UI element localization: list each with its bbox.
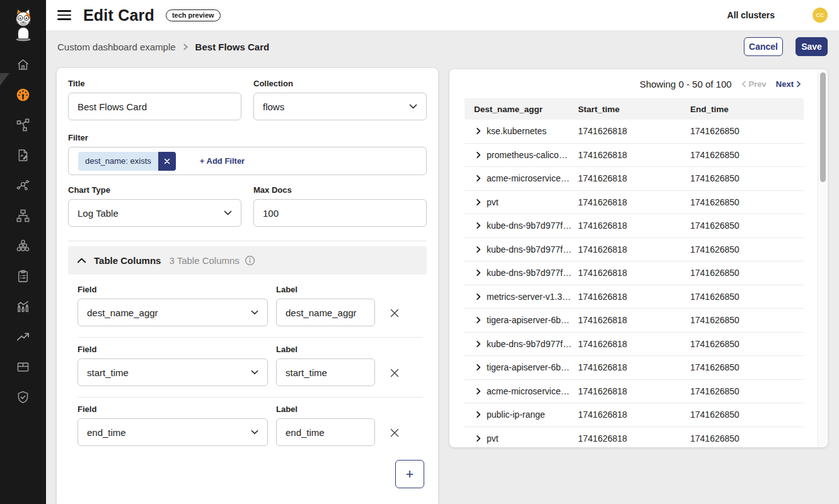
field-select[interactable]: end_time (78, 418, 268, 446)
expand-row-icon[interactable] (476, 316, 481, 324)
end-time-cell: 1741626850 (690, 220, 804, 231)
title-label: Title (68, 79, 241, 88)
column-config-row: Field start_time Label (78, 345, 423, 386)
dest-name-cell: acme-microservice… (487, 386, 569, 396)
sidebar-item-clusters[interactable] (0, 231, 46, 261)
expand-row-icon[interactable] (476, 364, 481, 371)
expand-row-icon[interactable] (476, 127, 481, 135)
label-input[interactable] (276, 358, 375, 386)
remove-column-button[interactable] (387, 306, 402, 321)
field-selected-value: dest_name_aggr (87, 307, 158, 318)
sidebar (0, 0, 46, 504)
sidebar-item-security[interactable] (0, 382, 46, 412)
pagination-status: Showing 0 - 50 of 100 (640, 79, 732, 89)
sidebar-item-workloads[interactable] (0, 352, 46, 382)
dest-name-cell: pvt (487, 433, 499, 444)
expand-row-icon[interactable] (476, 222, 481, 229)
add-filter-link[interactable]: + Add Filter (200, 156, 245, 166)
end-time-cell: 1741626850 (690, 292, 804, 302)
start-time-cell: 1741626818 (578, 150, 690, 160)
user-avatar[interactable]: CC (813, 8, 828, 23)
table-row: prometheus-calico… 1741626818 1741626850 (465, 144, 804, 168)
sidebar-item-logs[interactable] (0, 140, 46, 170)
column-config-row: Field end_time Label (78, 404, 423, 446)
end-time-cell: 1741626850 (690, 410, 804, 420)
max-docs-label: Max Docs (253, 185, 427, 195)
tech-preview-badge: tech preview (166, 9, 221, 21)
expand-row-icon[interactable] (476, 269, 481, 277)
expand-row-icon[interactable] (476, 387, 481, 395)
threat-graph-icon (16, 178, 30, 193)
service-graph-icon (16, 118, 30, 132)
max-docs-input[interactable] (253, 199, 427, 227)
end-time-cell: 1741626850 (690, 433, 804, 444)
filter-chip-text: dest_name: exists (78, 152, 158, 171)
remove-filter-button[interactable] (158, 152, 176, 171)
sidebar-item-compliance[interactable] (0, 261, 46, 291)
shield-check-icon (16, 390, 30, 404)
start-time-cell: 1741626818 (578, 339, 690, 349)
expand-row-icon[interactable] (476, 411, 481, 418)
row-divider (78, 397, 423, 398)
menu-hamburger-icon[interactable] (57, 10, 71, 20)
collection-selected-value: flows (263, 101, 284, 112)
save-button[interactable]: Save (796, 37, 828, 56)
table-row: public-ip-range 1741626818 1741626850 (465, 403, 804, 427)
next-page-button[interactable]: Next (776, 79, 801, 89)
calico-cat-logo[interactable] (0, 0, 46, 49)
label-input[interactable] (276, 418, 375, 446)
expand-row-icon[interactable] (476, 246, 481, 253)
chevron-up-icon[interactable] (77, 258, 86, 263)
sidebar-item-threat-graph[interactable] (0, 170, 46, 200)
start-time-cell: 1741626818 (578, 197, 690, 207)
prev-page-button[interactable]: Prev (741, 79, 767, 89)
cancel-button[interactable]: Cancel (744, 37, 783, 56)
chart-type-select[interactable]: Log Table (68, 199, 241, 227)
expand-row-icon[interactable] (476, 151, 481, 159)
sidebar-item-analytics[interactable] (0, 291, 46, 321)
cat-mascot-icon (10, 6, 37, 43)
expand-row-icon[interactable] (476, 198, 481, 206)
title-input[interactable] (68, 93, 241, 120)
field-label: Field (78, 345, 268, 354)
end-time-cell: 1741626850 (690, 386, 804, 396)
start-time-cell: 1741626818 (578, 173, 690, 183)
start-time-cell: 1741626818 (578, 268, 690, 278)
sidebar-item-service-graph[interactable] (0, 110, 46, 140)
start-time-cell: 1741626818 (578, 220, 690, 231)
sidebar-item-trends[interactable] (0, 321, 46, 352)
trending-arrow-icon (16, 329, 30, 344)
remove-column-button[interactable] (387, 365, 402, 381)
logs-document-icon (16, 148, 30, 163)
info-icon[interactable] (245, 255, 255, 266)
remove-column-button[interactable] (387, 425, 402, 440)
expand-row-icon[interactable] (476, 175, 481, 182)
collection-label: Collection (253, 79, 427, 88)
collection-select[interactable]: flows (253, 93, 427, 120)
table-row: pvt 1741626818 1741626850 (465, 191, 804, 215)
chevron-down-icon (224, 210, 232, 215)
expand-row-icon[interactable] (476, 435, 481, 442)
filter-label: Filter (68, 133, 427, 142)
breadcrumb-parent-link[interactable]: Custom dashboard example (57, 42, 176, 52)
vertical-scrollbar[interactable] (818, 70, 827, 447)
expand-row-icon[interactable] (476, 340, 481, 348)
expand-row-icon[interactable] (476, 293, 481, 301)
label-label: Label (276, 285, 375, 294)
home-icon (16, 57, 30, 72)
dest-name-cell: kube-dns-9b7d977f… (487, 220, 572, 231)
add-column-button[interactable]: + (395, 460, 424, 488)
end-time-cell: 1741626850 (690, 244, 804, 255)
sidebar-item-network-sets[interactable] (0, 200, 46, 231)
table-columns-section-header[interactable]: Table Columns 3 Table Columns (68, 246, 427, 275)
scrollbar-thumb[interactable] (820, 72, 826, 182)
filter-input-area[interactable]: dest_name: exists + Add Filter (68, 147, 427, 175)
cluster-selector[interactable]: All clusters (727, 10, 775, 20)
close-icon (390, 428, 400, 438)
column-header: Dest_name_aggr (465, 105, 578, 114)
field-select[interactable]: start_time (78, 358, 268, 386)
end-time-cell: 1741626850 (690, 268, 804, 278)
label-input[interactable] (276, 299, 375, 326)
field-select[interactable]: dest_name_aggr (78, 299, 268, 326)
column-header: Start_time (578, 105, 690, 114)
